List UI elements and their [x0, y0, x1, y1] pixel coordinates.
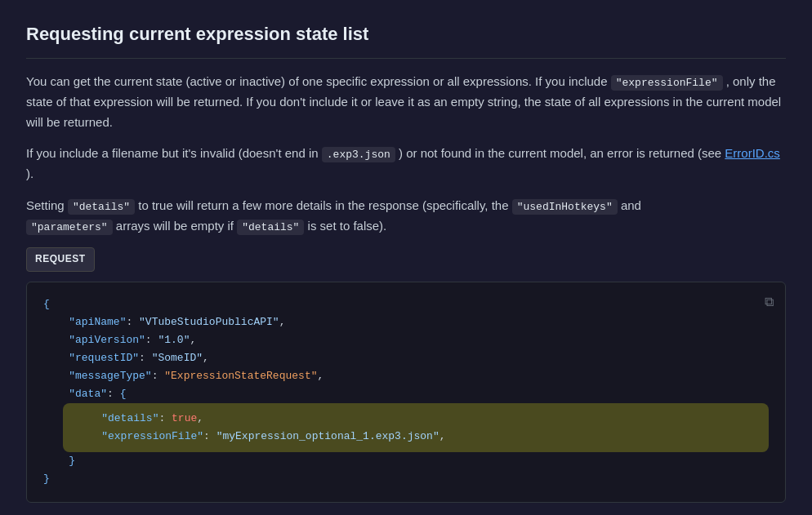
code-line-brace-open: { [43, 295, 769, 313]
errorid-link[interactable]: ErrorID.cs [725, 146, 780, 160]
request-badge: REQUEST [26, 247, 95, 271]
parameters-code: "parameters" [26, 220, 113, 235]
code-line-requestid: "requestID": "SomeID", [43, 349, 769, 367]
used-in-hotkeys-code: "usedInHotkeys" [512, 199, 618, 215]
copy-button[interactable]: ⧉ [765, 292, 774, 314]
code-line-messagetype: "messageType": "ExpressionStateRequest", [43, 367, 769, 385]
code-line-apiversion: "apiVersion": "1.0", [43, 331, 769, 349]
details-paragraph: Setting "details" to true will return a … [26, 196, 786, 237]
details-code2: "details" [237, 220, 304, 235]
code-line-outer-close: } [43, 470, 769, 488]
exp3json-code: .exp3.json [322, 147, 395, 162]
code-block: ⧉ { "apiName": "VTubeStudioPublicAPI", "… [26, 282, 786, 503]
details-code: "details" [68, 199, 135, 215]
code-line-apiname: "apiName": "VTubeStudioPublicAPI", [43, 313, 769, 331]
details-intro-text: Setting [26, 198, 65, 212]
details-end2-text: is set to false). [308, 219, 387, 233]
details-cont-text: to true will return a few more details i… [138, 198, 511, 212]
invalid-end-text: ). [26, 166, 33, 180]
expression-file-code: "expressionFile" [611, 75, 723, 91]
code-line-data-close: } [43, 452, 769, 470]
page-title: Requesting current expression state list [26, 20, 786, 59]
invalid-paragraph: If you include a filename but it's inval… [26, 144, 786, 184]
code-line-data-open: "data": { [43, 385, 769, 403]
code-line-details: "details": true, [76, 410, 756, 428]
intro-paragraph: You can get the current state (active or… [26, 72, 786, 132]
intro-text: You can get the current state (active or… [26, 74, 608, 88]
invalid-intro-text: If you include a filename but it's inval… [26, 146, 319, 160]
code-line-expressionfile: "expressionFile": "myExpression_optional… [76, 428, 756, 446]
details-end-text: arrays will be empty if [116, 219, 237, 233]
and-text: and [621, 198, 641, 212]
highlighted-block: "details": true, "expressionFile": "myEx… [63, 403, 769, 452]
invalid-cont-text: ) or not found in the current model, an … [399, 146, 721, 160]
